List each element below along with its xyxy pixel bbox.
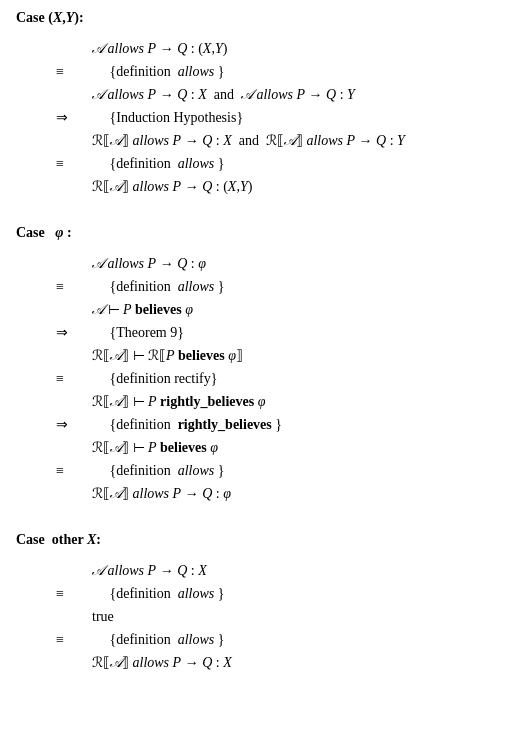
line-content: {Theorem 9}: [92, 322, 493, 343]
line-content: {definition allows }: [92, 460, 493, 481]
case-phi-heading: Case φ :: [16, 225, 493, 241]
case-keyword: Case: [16, 10, 45, 25]
proof-line: ⇒ {Theorem 9}: [56, 322, 493, 343]
proof-line: ℛ⟦𝒜⟧ allows P → Q : φ: [56, 483, 493, 504]
section-case-other: Case other X: 𝒜 allows P → Q : X ≡ {defi…: [16, 532, 493, 673]
proof-line: ℛ⟦𝒜⟧ ⊢ P rightly_believes φ: [56, 391, 493, 412]
rel-equiv: ≡: [56, 64, 92, 80]
rel-equiv: ≡: [56, 156, 92, 172]
line-content: {Induction Hypothesis}: [92, 107, 493, 128]
line-content: 𝒜 allows P → Q : (X,Y): [92, 38, 493, 59]
case-other-heading: Case other X:: [16, 532, 493, 548]
proof-line: 𝒜 allows P → Q : φ: [56, 253, 493, 274]
proof-line: ℛ⟦𝒜⟧ allows P → Q : (X,Y): [56, 176, 493, 197]
line-content: ℛ⟦𝒜⟧ ⊢ ℛ⟦P believes φ⟧: [92, 345, 493, 366]
proof-line: ≡ {definition allows }: [56, 276, 493, 297]
rel-equiv: ≡: [56, 632, 92, 648]
proof-line: true: [56, 606, 493, 627]
rel-equiv: ≡: [56, 463, 92, 479]
line-content: {definition allows }: [92, 629, 493, 650]
proof-block-other: 𝒜 allows P → Q : X ≡ {definition allows …: [56, 560, 493, 673]
proof-line: ≡ {definition allows }: [56, 629, 493, 650]
line-content: {definition allows }: [92, 276, 493, 297]
rel-implies: ⇒: [56, 324, 92, 341]
line-content: 𝒜 allows P → Q : X and 𝒜 allows P → Q : …: [92, 84, 493, 105]
line-content: ℛ⟦𝒜⟧ allows P → Q : X and ℛ⟦𝒜⟧ allows P …: [92, 130, 493, 151]
proof-line: ⇒ {definition rightly_believes }: [56, 414, 493, 435]
proof-line: 𝒜 allows P → Q : (X,Y): [56, 38, 493, 59]
proof-line: 𝒜 allows P → Q : X and 𝒜 allows P → Q : …: [56, 84, 493, 105]
case-keyword: Case: [16, 225, 45, 240]
line-content: true: [92, 606, 493, 627]
proof-line: ≡ {definition allows }: [56, 460, 493, 481]
case-keyword: Case: [16, 532, 45, 547]
proof-line: ≡ {definition allows }: [56, 61, 493, 82]
line-content: {definition rectify}: [92, 368, 493, 389]
proof-line: ≡ {definition allows }: [56, 583, 493, 604]
line-content: {definition rightly_believes }: [92, 414, 493, 435]
line-content: ℛ⟦𝒜⟧ ⊢ P believes φ: [92, 437, 493, 458]
proof-line: ℛ⟦𝒜⟧ allows P → Q : X: [56, 652, 493, 673]
proof-line: ℛ⟦𝒜⟧ ⊢ ℛ⟦P believes φ⟧: [56, 345, 493, 366]
line-content: 𝒜 ⊢ P believes φ: [92, 299, 493, 320]
proof-line: ℛ⟦𝒜⟧ allows P → Q : X and ℛ⟦𝒜⟧ allows P …: [56, 130, 493, 151]
proof-line: ℛ⟦𝒜⟧ ⊢ P believes φ: [56, 437, 493, 458]
rel-equiv: ≡: [56, 279, 92, 295]
rel-equiv: ≡: [56, 371, 92, 387]
proof-line: 𝒜 allows P → Q : X: [56, 560, 493, 581]
line-content: ℛ⟦𝒜⟧ allows P → Q : X: [92, 652, 493, 673]
line-content: 𝒜 allows P → Q : φ: [92, 253, 493, 274]
line-content: ℛ⟦𝒜⟧ allows P → Q : (X,Y): [92, 176, 493, 197]
rel-equiv: ≡: [56, 586, 92, 602]
line-content: 𝒜 allows P → Q : X: [92, 560, 493, 581]
proof-line: ⇒ {Induction Hypothesis}: [56, 107, 493, 128]
section-case-phi: Case φ : 𝒜 allows P → Q : φ ≡ {definitio…: [16, 225, 493, 504]
line-content: {definition allows }: [92, 61, 493, 82]
line-content: ℛ⟦𝒜⟧ allows P → Q : φ: [92, 483, 493, 504]
section-case-xy: Case (X,Y): 𝒜 allows P → Q : (X,Y) ≡ {de…: [16, 10, 493, 197]
rel-implies: ⇒: [56, 109, 92, 126]
proof-block-phi: 𝒜 allows P → Q : φ ≡ {definition allows …: [56, 253, 493, 504]
line-content: {definition allows }: [92, 583, 493, 604]
proof-block-xy: 𝒜 allows P → Q : (X,Y) ≡ {definition all…: [56, 38, 493, 197]
proof-line: ≡ {definition allows }: [56, 153, 493, 174]
proof-line: 𝒜 ⊢ P believes φ: [56, 299, 493, 320]
proof-line: ≡ {definition rectify}: [56, 368, 493, 389]
rel-implies: ⇒: [56, 416, 92, 433]
line-content: {definition allows }: [92, 153, 493, 174]
case-xy-heading: Case (X,Y):: [16, 10, 493, 26]
line-content: ℛ⟦𝒜⟧ ⊢ P rightly_believes φ: [92, 391, 493, 412]
